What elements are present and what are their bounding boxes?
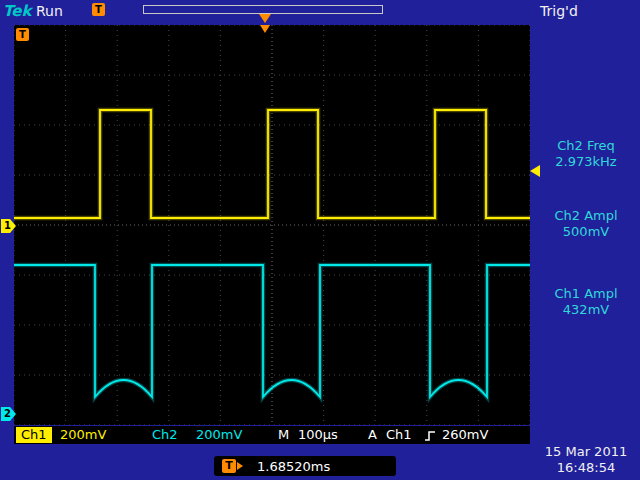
trigger-source: Ch1 (386, 426, 412, 444)
measurement-ch2-freq: Ch2 Freq 2.973kHz (532, 138, 640, 170)
trigger-t-icon: T (222, 459, 236, 473)
status-bar: Ch1 200mV Ch2 200mV M 100µs A Ch1 260mV (14, 426, 530, 444)
measurement-label: Ch1 Ampl (532, 286, 640, 302)
measurement-value: 500mV (532, 224, 640, 240)
measurement-label: Ch2 Freq (532, 138, 640, 154)
ch1-volts-per-div: 200mV (60, 426, 106, 444)
rising-edge-icon (424, 429, 436, 447)
measurement-value: 2.973kHz (532, 154, 640, 170)
measurement-ch2-ampl: Ch2 Ampl 500mV (532, 208, 640, 240)
trigger-position-arrow-icon (259, 14, 271, 23)
trigger-position-icon: T (92, 3, 105, 16)
record-view-bar (143, 5, 383, 14)
trigger-status: Trig'd (540, 3, 578, 19)
trigger-level-value: 260mV (442, 426, 488, 444)
measurement-value: 432mV (532, 302, 640, 318)
time-value: 16:48:54 (534, 460, 638, 476)
date-value: 15 Mar 2011 (534, 444, 638, 460)
ch2-volts-per-div: 200mV (196, 426, 242, 444)
measurement-label: Ch2 Ampl (532, 208, 640, 224)
timebase-label: M (278, 426, 289, 444)
trigger-position-graticule-arrow-icon (260, 25, 270, 33)
datetime-readout: 15 Mar 2011 16:48:54 (534, 444, 638, 476)
trigger-mode-label: A (368, 426, 377, 444)
trigger-t-arrow-icon (237, 462, 243, 470)
waveform-display (14, 25, 530, 425)
trigger-time-readout: T 1.68520ms (214, 456, 396, 476)
trigger-t-marker: T (16, 28, 29, 41)
timebase-value: 100µs (298, 426, 338, 444)
measurement-ch1-ampl: Ch1 Ampl 432mV (532, 286, 640, 318)
ch1-label-badge: Ch1 (16, 427, 52, 443)
graticule-grid (14, 25, 530, 425)
tek-logo: Tek (3, 2, 31, 20)
graticule-screen (14, 25, 530, 425)
acquisition-status: Run (36, 3, 63, 19)
trigger-time-value: 1.68520ms (257, 459, 330, 474)
ch2-label: Ch2 (152, 426, 178, 444)
